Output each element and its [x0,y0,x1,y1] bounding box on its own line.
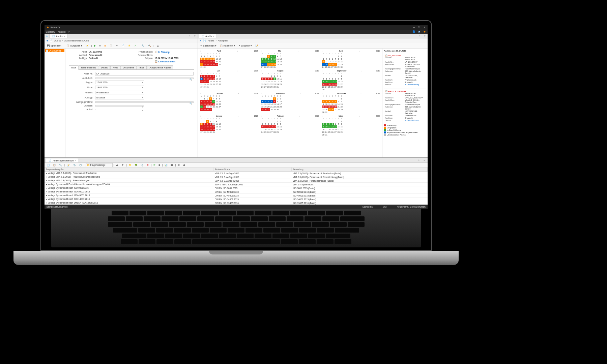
calendar-day[interactable]: 1 [270,75,273,78]
user-icon[interactable]: 👤 [412,30,415,33]
calendar-day[interactable]: 20 [264,83,267,86]
tab-close-icon[interactable]: × [75,159,76,162]
calendar-day[interactable]: 5 [331,78,334,80]
calendar-day[interactable]: 23 [340,63,343,66]
prev-icon[interactable]: ‹ [261,50,262,52]
prev-icon[interactable]: ‹ [322,92,322,94]
calendar-day[interactable]: 14 [270,103,273,105]
calendar-day[interactable]: 8 [337,58,340,60]
calendar-day[interactable]: 20 [334,105,337,108]
calendar-day[interactable]: 10 [273,58,276,60]
calendar-day[interactable]: 14 [273,125,276,128]
calendar-day[interactable]: 23 [276,105,279,108]
calendar-day[interactable]: 22 [337,63,340,66]
tool2-icon[interactable]: 🔨 [147,44,152,48]
calendar-day[interactable]: 29 [200,86,203,88]
calendar-day[interactable]: 4 [328,100,331,103]
calendar-day[interactable]: 3 [261,123,264,125]
calendar-day[interactable]: 2 [322,78,325,80]
calendar-day[interactable]: 17 [279,103,282,105]
next-icon[interactable]: › [237,50,238,52]
calendar-day[interactable]: 1 [273,97,276,100]
calendar-day[interactable]: 31 [325,111,328,114]
del-icon[interactable]: ✖ [146,163,150,167]
calendar-day[interactable]: 21 [264,63,267,66]
calendar-day[interactable]: 18 [261,105,264,108]
prev-icon[interactable]: ‹ [261,70,262,72]
calendar-day[interactable]: 16 [270,60,273,63]
calendar-day[interactable]: 13 [267,103,270,105]
calendar-day[interactable]: 10 [276,78,279,80]
calendar-day[interactable]: 10 [209,100,212,103]
calendar-day[interactable]: 1 [337,55,340,58]
calendar-day[interactable]: 8 [206,123,209,125]
close-button[interactable]: ✕ [424,26,426,29]
notify-icon[interactable]: ▣ [417,30,421,33]
calendar-day[interactable]: 31 [276,86,279,88]
calendar-day[interactable]: 12 [331,80,334,83]
calendar-day[interactable]: 21 [273,128,276,131]
calendar-day[interactable]: 30 [322,88,325,91]
calendar-day[interactable]: 21 [337,83,340,86]
calendar-day[interactable]: 13 [215,58,218,60]
calendar-day[interactable]: 6 [264,78,267,80]
calendar-day[interactable]: 11 [325,60,328,63]
next-icon[interactable]: › [238,92,239,94]
calendar-day[interactable]: 7 [334,58,337,60]
table-header[interactable]: Fragenkatalog-Bez. [45,168,213,172]
next-icon[interactable]: › [359,115,360,117]
calendar-day[interactable]: 10 [325,125,328,128]
prev-icon[interactable]: ‹ [200,92,201,94]
refresh-icon[interactable]: ⟳ [152,163,156,167]
calendar-day[interactable]: 28 [264,66,267,68]
calendar-day[interactable]: 30 [203,86,206,88]
stop-icon[interactable]: ■ [98,44,102,47]
calendar-day[interactable]: 27 [334,108,337,111]
calendar-day[interactable]: 27 [334,131,337,133]
calendar-day[interactable]: 27 [200,131,203,133]
inner-tab[interactable]: Ausgecheckte Kapitel [147,65,173,69]
calendar-day[interactable]: 28 [218,63,221,66]
calendar-day[interactable]: 15 [340,125,343,128]
calendar-day[interactable]: 27 [218,105,221,108]
calendar-day[interactable]: 3 [206,75,209,78]
calendar-day[interactable]: 17 [276,80,279,83]
calendar-day[interactable]: 25 [261,108,264,111]
calendar-day[interactable]: 22 [203,105,206,108]
calendar-day[interactable]: 29 [337,66,340,68]
calendar-day[interactable]: 8 [276,123,279,125]
calendar-day[interactable]: 1 [203,97,206,100]
calendar-day[interactable]: 5 [279,55,282,58]
artikel-field[interactable] [95,109,144,110]
calendar-day[interactable]: 6 [261,58,264,60]
calendar-day[interactable]: 13 [264,80,267,83]
print-icon[interactable]: 🖨 [155,44,160,47]
audit-nr-field[interactable]: LA_2019/008 [95,72,194,75]
clip-icon[interactable]: 📎 [72,163,77,167]
calendar-day[interactable]: 7 [273,123,276,125]
calendar-day[interactable]: 15 [270,80,273,83]
calendar-day[interactable]: 12 [331,103,334,105]
calendar-day[interactable]: 4 [212,97,215,100]
calendar-day[interactable]: 10 [325,80,328,83]
calendar-day[interactable]: 19 [331,128,334,131]
calendar-day[interactable]: 3 [279,97,282,100]
calendar-day[interactable]: 27 [215,63,218,66]
calendar-day[interactable]: 16 [206,103,209,105]
calendar-day[interactable]: 13 [215,78,218,80]
calendar-day[interactable]: 6 [218,97,221,100]
table-header[interactable]: Referenz/Norm [213,168,291,172]
calendar-day[interactable]: 1 [340,75,343,78]
calendar-day[interactable]: 12 [279,58,282,60]
calendar-day[interactable]: 25 [215,128,218,131]
calendar-day[interactable]: 20 [215,60,218,63]
calendar-day[interactable]: 13 [270,125,273,128]
calendar-day[interactable]: 17 [206,60,209,63]
tab-menu-button[interactable]: ▾ [193,35,197,37]
tab-add-button[interactable]: + [187,35,192,37]
calendar-day[interactable]: 9 [270,58,273,60]
calendar-day[interactable]: 1 [200,55,203,58]
calendar-day[interactable]: 23 [279,128,282,131]
calendar-day[interactable]: 5 [328,58,331,60]
next-icon[interactable]: › [299,70,299,72]
